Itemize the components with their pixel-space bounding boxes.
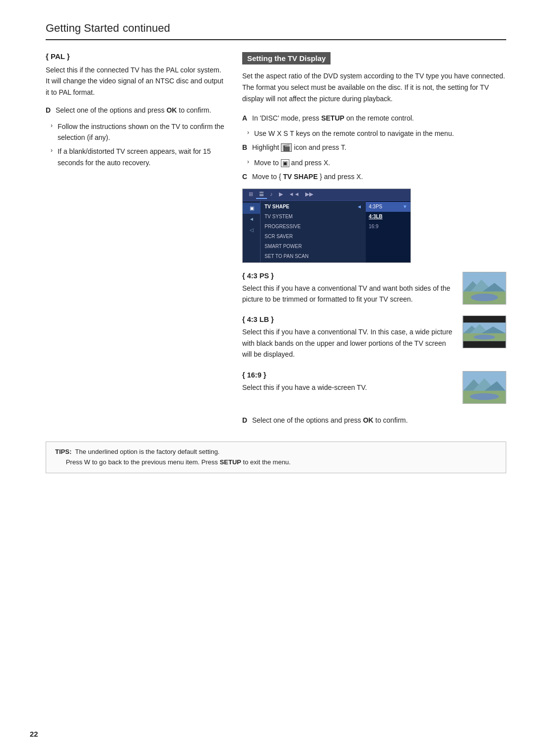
step-d-text: Select one of the options and press OK t…	[56, 105, 211, 116]
step-b-block: B Highlight 🎬 icon and press T.	[242, 142, 506, 153]
page-title-main: Getting Started	[46, 22, 119, 34]
menu-icon-fwd: ▶▶	[302, 190, 316, 199]
step-b-letter: B	[242, 142, 249, 153]
option-169-text: { 16:9 } Select this if you have a wide-…	[242, 371, 455, 393]
sub-step-1-text: Follow the instructions shown on the TV …	[58, 123, 224, 141]
step-a-text: In 'DISC' mode, press SETUP on the remot…	[252, 113, 414, 124]
menu-body: ▣ ◄ ◁ TV SHAPE ◄ TV SYSTEM PROGRESSIVE S…	[243, 201, 410, 262]
option-169-block: { 16:9 } Select this if you have a wide-…	[242, 371, 506, 404]
pal-body: Select this if the connected TV has the …	[46, 64, 224, 98]
option-43lb-header: { 4:3 LB }	[242, 315, 455, 323]
step-c-letter: C	[242, 171, 249, 182]
menu-icon-play: ▶	[276, 190, 286, 199]
page-title-suffix: continued	[123, 22, 170, 34]
step-d2-block: D Select one of the options and press OK…	[242, 415, 506, 426]
step-b-sub: Move to ▣ and press X.	[242, 157, 506, 168]
right-intro: Set the aspect ratio of the DVD system a…	[242, 70, 506, 105]
option-169-header: { 16:9 }	[242, 371, 455, 379]
option-43ps-header: { 4:3 PS }	[242, 272, 455, 280]
menu-screenshot: ⊞ ☰ ♪ ▶ ◄◄ ▶▶ ▣ ◄ ◁	[242, 189, 411, 263]
option-43ps-body: Select this if you have a conventional T…	[242, 283, 455, 305]
step-d2-text: Select one of the options and press OK t…	[252, 415, 408, 426]
menu-icon-audio2: ◄	[243, 214, 261, 225]
step-c-text: Move to { TV SHAPE } and press X.	[252, 171, 363, 182]
step-a-letter: A	[242, 113, 249, 124]
option-43lb-body: Select this if you have a conventional T…	[242, 326, 455, 360]
tv-thumbnail-169	[463, 371, 506, 404]
option-43lb-block: { 4:3 LB } Select this if you have a con…	[242, 315, 506, 360]
menu-row-tvshape: TV SHAPE ◄	[261, 202, 366, 212]
menu-icon-tv: ▣	[243, 203, 261, 214]
menu-option-169: 16:9	[366, 222, 410, 232]
option-169-body: Select this if you have a wide-screen TV…	[242, 382, 455, 393]
step-d-letter: D	[46, 105, 53, 116]
right-column: Setting the TV Display Set the aspect ra…	[242, 52, 506, 430]
menu-row-smartpower: SMART POWER	[261, 242, 366, 252]
menu-row-setpanscan: SET TO PAN SCAN	[261, 252, 366, 261]
menu-icon-disc: ⊞	[246, 190, 256, 199]
menu-row-scrsaver: SCR SAVER	[261, 232, 366, 242]
menu-row-tvsystem: TV SYSTEM	[261, 212, 366, 222]
svg-point-21	[470, 393, 499, 400]
option-43lb-text: { 4:3 LB } Select this if you have a con…	[242, 315, 455, 360]
tips-line2: Press W to go back to the previous menu …	[66, 458, 291, 466]
step-c-block: C Move to { TV SHAPE } and press X.	[242, 171, 506, 182]
page-number: 22	[30, 730, 38, 738]
step-d2-letter: D	[242, 415, 249, 426]
menu-option-43ps: 4:3PS ▼	[366, 202, 410, 212]
sub-step-1: Follow the instructions shown on the TV …	[46, 121, 224, 143]
menu-icon-sub: ◁	[243, 225, 261, 236]
menu-center: TV SHAPE ◄ TV SYSTEM PROGRESSIVE SCR SAV…	[261, 201, 366, 262]
menu-icon-rew: ◄◄	[286, 190, 303, 199]
sub-step-2: If a blank/distorted TV screen appears, …	[46, 146, 224, 168]
menu-icon-audio: ♪	[267, 190, 276, 199]
svg-point-14	[474, 335, 495, 340]
section-header: Setting the TV Display	[242, 52, 331, 64]
menu-right-panel: 4:3PS ▼ 4:3LB 16:9	[366, 201, 410, 262]
left-column: { PAL } Select this if the connected TV …	[46, 52, 224, 430]
tips-label: TIPS:	[55, 448, 71, 455]
menu-icon-settings: ☰	[256, 190, 267, 199]
option-43ps-text: { 4:3 PS } Select this if you have a con…	[242, 272, 455, 305]
step-a-sub-text: Use W X S T keys on the remote control t…	[254, 129, 454, 137]
menu-row-progressive: PROGRESSIVE	[261, 222, 366, 232]
page-title: Getting Started continued	[46, 20, 506, 40]
tips-box: TIPS: The underlined option is the facto…	[46, 441, 506, 473]
tips-line1: The underlined option is the factory def…	[75, 448, 219, 455]
step-a-block: A In 'DISC' mode, press SETUP on the rem…	[242, 113, 506, 124]
step-a-sub: Use W X S T keys on the remote control t…	[242, 128, 506, 139]
option-43ps-block: { 4:3 PS } Select this if you have a con…	[242, 272, 506, 305]
svg-point-6	[471, 293, 498, 301]
menu-top-bar: ⊞ ☰ ♪ ▶ ◄◄ ▶▶	[243, 189, 410, 201]
step-d-block: D Select one of the options and press OK…	[46, 105, 224, 116]
tv-thumbnail-43lb	[463, 315, 506, 348]
step-b-text: Highlight 🎬 icon and press T.	[252, 142, 346, 153]
menu-left-icons: ▣ ◄ ◁	[243, 201, 261, 262]
sub-step-2-text: If a blank/distorted TV screen appears, …	[58, 147, 211, 166]
pal-header: { PAL }	[46, 52, 224, 61]
menu-option-43lb: 4:3LB	[366, 212, 410, 222]
tv-thumbnail-43ps	[463, 272, 506, 305]
